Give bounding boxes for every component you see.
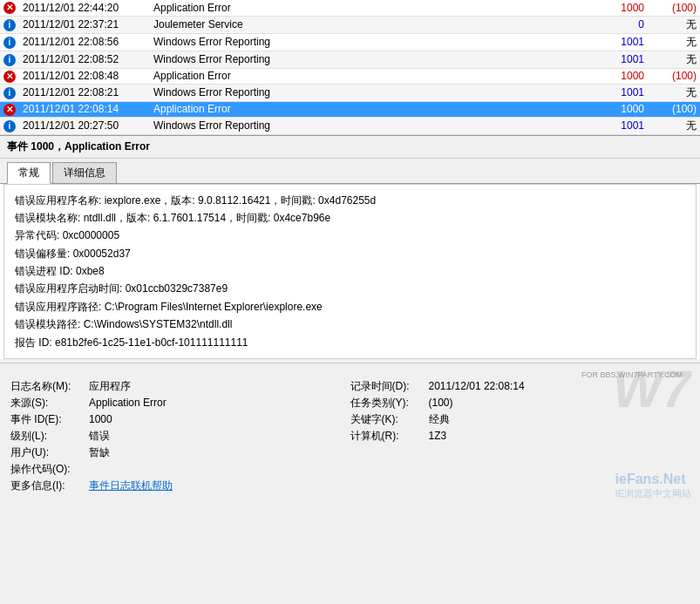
user-label: 用户(U): [10,445,89,460]
row-icon: ✕ [0,68,19,84]
error-icon: ✕ [3,71,16,83]
row-id: 1001 [604,84,648,101]
event-id-value: 1000 [89,413,112,425]
more-info-row: 更多信息(I): 事件日志联机帮助 [10,478,690,493]
record-time-row: 记录时间(D): 2011/12/01 22:08:14 [350,379,690,394]
level-label: 级别(L): [10,429,89,444]
detail-line: 错误模块路径: C:\Windows\SYSTEM32\ntdll.dll [15,316,685,333]
row-date: 2011/12/01 22:44:20 [19,0,150,16]
info-icon: i [3,37,16,49]
for-label: FOR BBS.WIN7PARTY.COM [10,369,690,379]
detail-tabs: 常规 详细信息 [0,159,700,184]
row-icon: i [0,117,19,134]
record-time-label: 记录时间(D): [350,379,429,394]
row-task: (100) [648,68,700,84]
table-row[interactable]: i 2011/12/01 22:08:56 Windows Error Repo… [0,33,700,51]
event-id-row: 事件 ID(E): 1000 [10,412,350,427]
row-task: (100) [648,101,700,117]
row-source: Application Error [150,0,604,16]
log-name-label: 日志名称(M): [10,379,89,394]
row-icon: i [0,84,19,101]
row-id: 1000 [604,68,648,84]
row-id: 1001 [604,51,648,68]
detail-line: 错误模块名称: ntdll.dll，版本: 6.1.7601.17514，时间戳… [15,209,685,227]
info-icon: i [3,87,16,99]
tab-general[interactable]: 常规 [7,162,51,184]
error-icon: ✕ [3,104,16,116]
row-icon: i [0,33,19,51]
source-row: 来源(S): Application Error [10,396,350,411]
computer-value: 1Z3 [429,430,447,442]
row-task: 无 [648,16,700,33]
row-task: (100) [648,0,700,16]
computer-row: 计算机(R): 1Z3 [350,429,690,444]
table-row[interactable]: i 2011/12/01 22:37:21 Joulemeter Service… [0,16,700,33]
detail-line: 错误偏移量: 0x00052d37 [15,245,685,262]
keyword-row: 关键字(K): 经典 [350,412,690,427]
event-id-label: 事件 ID(E): [10,412,89,427]
task-label: 任务类别(Y): [350,396,429,411]
event-detail-panel: 事件 1000，Application Error 常规 详细信息 错误应用程序… [0,135,700,360]
properties-section: FOR BBS.WIN7PARTY.COM 日志名称(M): 应用程序 记录时间… [0,363,700,500]
tab-details[interactable]: 详细信息 [52,162,117,183]
row-id: 1001 [604,117,648,134]
row-date: 2011/12/01 22:08:14 [19,101,150,117]
table-row[interactable]: i 2011/12/01 22:08:52 Windows Error Repo… [0,51,700,68]
table-row[interactable]: i 2011/12/01 20:27:50 Windows Error Repo… [0,117,700,134]
opcode-row: 操作代码(O): [10,462,690,477]
detail-line: 错误进程 ID: 0xbe8 [15,262,685,280]
row-icon: ✕ [0,0,19,16]
task-row: 任务类别(Y): (100) [350,396,690,411]
info-icon: i [3,120,16,132]
record-time-value: 2011/12/01 22:08:14 [429,380,525,392]
row-task: 无 [648,84,700,101]
row-id: 1000 [604,101,648,117]
info-icon: i [3,19,16,31]
table-row[interactable]: i 2011/12/01 22:08:21 Windows Error Repo… [0,84,700,101]
row-source: Application Error [150,101,604,117]
error-icon: ✕ [3,2,16,14]
source-value: Application Error [89,397,167,409]
table-row[interactable]: ✕ 2011/12/01 22:44:20 Application Error … [0,0,700,16]
row-id: 0 [604,16,648,33]
row-task: 无 [648,33,700,51]
computer-label: 计算机(R): [350,429,429,444]
event-detail-header: 事件 1000，Application Error [0,136,700,159]
row-date: 2011/12/01 22:08:48 [19,68,150,84]
level-row: 级别(L): 错误 [10,429,350,444]
row-source: Windows Error Reporting [150,51,604,68]
row-id: 1001 [604,33,648,51]
detail-line: 异常代码: 0xc0000005 [15,227,685,244]
properties-grid: 日志名称(M): 应用程序 记录时间(D): 2011/12/01 22:08:… [10,379,690,462]
row-source: Windows Error Reporting [150,84,604,101]
row-source: Application Error [150,68,604,84]
more-info-link[interactable]: 事件日志联机帮助 [89,478,173,493]
row-date: 2011/12/01 22:08:52 [19,51,150,68]
row-date: 2011/12/01 22:08:56 [19,33,150,51]
table-row[interactable]: ✕ 2011/12/01 22:08:48 Application Error … [0,68,700,84]
source-label: 来源(S): [10,396,89,411]
user-row: 用户(U): 暂缺 [10,445,350,460]
row-icon: ✕ [0,101,19,117]
table-row[interactable]: ✕ 2011/12/01 22:08:14 Application Error … [0,101,700,117]
detail-line: 错误应用程序启动时间: 0x01ccb0329c7387e9 [15,280,685,297]
row-icon: i [0,16,19,33]
row-date: 2011/12/01 20:27:50 [19,117,150,134]
level-value: 错误 [89,429,110,444]
detail-line: 错误应用程序路径: C:\Program Files\Internet Expl… [15,298,685,316]
event-log-table: ✕ 2011/12/01 22:44:20 Application Error … [0,0,700,135]
row-source: Windows Error Reporting [150,33,604,51]
detail-content-area: 错误应用程序名称: iexplore.exe，版本: 9.0.8112.1642… [3,184,697,360]
detail-line: 报告 ID: e81b2fe6-1c25-11e1-b0cf-101111111… [15,334,685,351]
task-value: (100) [429,397,453,409]
log-name-value: 应用程序 [89,379,131,394]
row-task: 无 [648,117,700,134]
row-icon: i [0,51,19,68]
more-info-label: 更多信息(I): [10,478,89,493]
row-source: Joulemeter Service [150,16,604,33]
row-id: 1000 [604,0,648,16]
log-name-row: 日志名称(M): 应用程序 [10,379,350,394]
row-source: Windows Error Reporting [150,117,604,134]
row-date: 2011/12/01 22:08:21 [19,84,150,101]
row-date: 2011/12/01 22:37:21 [19,16,150,33]
